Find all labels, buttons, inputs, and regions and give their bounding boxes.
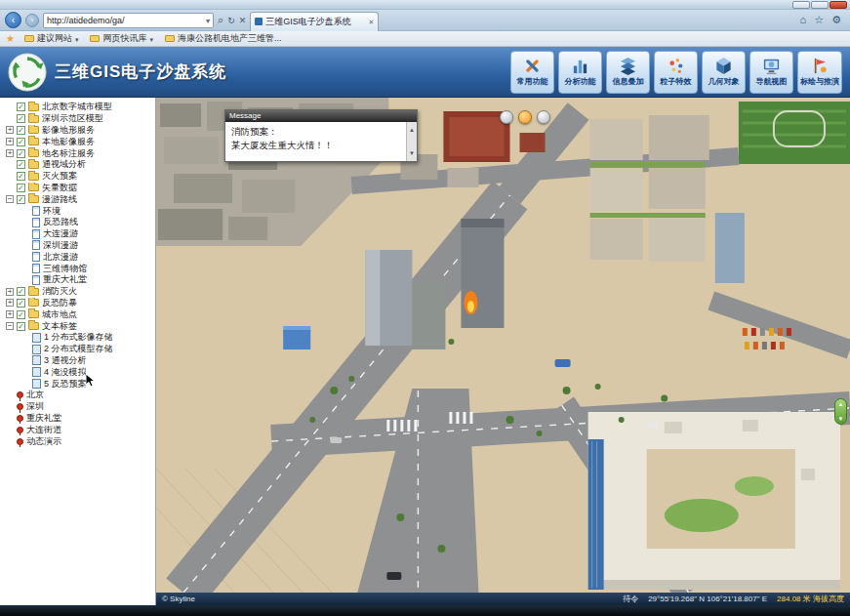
scroll-up-icon[interactable]: ▲ xyxy=(409,123,415,137)
collapse-icon[interactable] xyxy=(6,195,14,203)
folder-icon xyxy=(24,35,34,42)
favorites-item-1[interactable]: 建议网站 xyxy=(24,32,79,45)
tree-item[interactable]: 漫游路线 xyxy=(0,193,155,205)
minimize-button[interactable] xyxy=(792,1,810,9)
scene-svg xyxy=(156,98,850,593)
forward-icon[interactable]: › xyxy=(25,14,39,27)
checkbox-checked[interactable] xyxy=(17,299,25,308)
toolbar-button-cube[interactable]: 几何对象 xyxy=(702,51,746,94)
collapse-icon[interactable] xyxy=(6,322,14,330)
expand-icon[interactable] xyxy=(6,299,14,307)
search-icon[interactable] xyxy=(218,14,223,26)
chevron-down-icon[interactable] xyxy=(206,16,210,25)
gear-icon[interactable]: ⚙ xyxy=(831,14,841,26)
toolbar-button-layers[interactable]: 信息叠加 xyxy=(606,51,650,94)
tree-item[interactable]: 重庆大礼堂 xyxy=(0,274,155,286)
tree-item[interactable]: 4 淹没模拟 xyxy=(0,366,155,378)
favorites-star-icon[interactable]: ☆ xyxy=(814,14,824,26)
tree-item[interactable]: 北京数字城市模型 xyxy=(0,102,155,113)
tree-item[interactable]: 灭火预案 xyxy=(0,171,155,183)
tree-item[interactable]: 深圳漫游 xyxy=(0,240,155,252)
maximize-button[interactable] xyxy=(811,1,829,9)
tree-item[interactable]: 5 反恐预案 xyxy=(0,378,155,390)
home-icon[interactable]: ⌂ xyxy=(800,14,807,26)
star-icon[interactable]: ★ xyxy=(6,33,15,44)
scroll-down-icon[interactable]: ▼ xyxy=(409,146,415,160)
tree-item[interactable]: 影像地形服务 xyxy=(0,125,155,137)
checkbox-checked[interactable] xyxy=(17,138,25,146)
checkbox-checked[interactable] xyxy=(17,310,25,319)
tree-item[interactable]: 通视域分析 xyxy=(0,159,155,171)
tree-item[interactable]: 大连街道 xyxy=(0,424,155,435)
toolbar-button-particles[interactable]: 粒子特效 xyxy=(654,51,698,94)
browser-tab[interactable]: 三维GIS电子沙盘系统 xyxy=(250,12,379,31)
page-icon xyxy=(32,275,40,285)
expand-icon[interactable] xyxy=(6,288,14,296)
checkbox-checked[interactable] xyxy=(17,160,25,169)
tree-item-label: 矢量数据 xyxy=(42,183,77,194)
zoom-in-icon[interactable]: ▲ xyxy=(838,401,844,407)
tree-item[interactable]: 深圳 xyxy=(0,401,155,413)
expand-icon[interactable] xyxy=(6,138,14,145)
stop-icon[interactable] xyxy=(239,16,247,25)
checkbox-checked[interactable] xyxy=(17,126,25,135)
tree-item[interactable]: 动态演示 xyxy=(0,435,155,447)
tree-item[interactable]: 反恐防暴 xyxy=(0,298,155,309)
tree-item-label: 5 反恐预案 xyxy=(44,378,87,390)
navview-icon xyxy=(762,57,781,75)
tree-item[interactable]: 消防灭火 xyxy=(0,286,155,298)
favorites-item-3[interactable]: 海康公路机电地产三维管... xyxy=(165,32,282,45)
tree-item[interactable]: 1 分布式影像存储 xyxy=(0,332,155,344)
checkbox-checked[interactable] xyxy=(17,184,25,192)
main-content: 北京数字城市模型深圳示范区模型影像地形服务本地影像服务地名标注服务通视域分析灭火… xyxy=(0,98,850,605)
checkbox-checked[interactable] xyxy=(17,195,25,204)
tree-item-label: 1 分布式影像存储 xyxy=(44,332,113,344)
checkbox-checked[interactable] xyxy=(17,287,25,296)
tree-item[interactable]: 反恐路线 xyxy=(0,217,155,228)
back-icon[interactable]: ‹ xyxy=(5,12,21,28)
taskbar xyxy=(0,605,850,616)
folder-icon xyxy=(28,288,39,296)
checkbox-checked[interactable] xyxy=(17,322,25,331)
tree-item[interactable]: 北京漫游 xyxy=(0,251,155,263)
toolbar-button-chart[interactable]: 分析功能 xyxy=(558,51,602,94)
map-viewport[interactable]: Message 消防预案： 某大厦发生重大火情！！ ▲ ▼ ▲ xyxy=(156,98,850,605)
message-scrollbar[interactable]: ▲ ▼ xyxy=(406,122,417,161)
rotate-right-icon[interactable] xyxy=(537,110,550,124)
expand-icon[interactable] xyxy=(6,310,14,318)
checkbox-checked[interactable] xyxy=(17,172,25,181)
expand-icon[interactable] xyxy=(6,126,14,134)
toolbar-button-tools[interactable]: 常用功能 xyxy=(510,51,554,94)
toolbar-button-navview[interactable]: 导航视图 xyxy=(749,51,793,94)
checkbox-checked[interactable] xyxy=(17,103,25,111)
toolbar-button-flag[interactable]: 标绘与推演 xyxy=(797,51,842,94)
tree-item[interactable]: 地名标注服务 xyxy=(0,147,155,159)
tree-item[interactable]: 城市地点 xyxy=(0,308,155,320)
rotate-left-icon[interactable] xyxy=(500,110,513,124)
tree-item[interactable]: 三维博物馆 xyxy=(0,263,155,274)
tree-item[interactable]: 大连漫游 xyxy=(0,228,155,240)
tools-icon xyxy=(523,57,542,75)
tree-item[interactable]: 深圳示范区模型 xyxy=(0,113,155,125)
tree-item[interactable]: 3 通视分析 xyxy=(0,355,155,367)
tree-item[interactable]: 重庆礼堂 xyxy=(0,413,155,425)
expand-icon[interactable] xyxy=(6,149,14,157)
zoom-out-icon[interactable]: ▼ xyxy=(838,416,844,422)
tree-item[interactable]: 矢量数据 xyxy=(0,183,155,194)
checkbox-checked[interactable] xyxy=(17,149,25,158)
tree-item[interactable]: 文本标签 xyxy=(0,320,155,332)
close-button[interactable] xyxy=(830,1,847,9)
zoom-control[interactable]: ▲ ▼ xyxy=(834,398,847,425)
compass-center-icon[interactable] xyxy=(518,110,532,124)
refresh-icon[interactable] xyxy=(227,16,235,25)
favorites-item-2[interactable]: 网页快讯库 xyxy=(90,32,153,45)
message-panel-title[interactable]: Message xyxy=(225,110,417,122)
layers-icon xyxy=(619,57,637,75)
tree-item[interactable]: 环境 xyxy=(0,205,155,217)
tree-item[interactable]: 2 分布式模型存储 xyxy=(0,344,155,355)
tree-item[interactable]: 本地影像服务 xyxy=(0,136,155,147)
tree-item[interactable]: 北京 xyxy=(0,390,155,401)
tab-close-icon[interactable] xyxy=(368,17,374,26)
url-field[interactable]: http://atidedemo/ga/ xyxy=(43,13,214,28)
checkbox-checked[interactable] xyxy=(17,114,25,123)
